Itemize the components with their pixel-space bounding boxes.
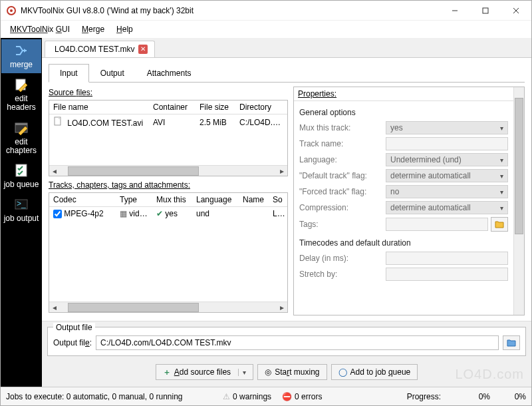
- queue-icon: ◯: [338, 367, 347, 377]
- svg-rect-10: [16, 164, 27, 176]
- tab-input[interactable]: Input: [49, 64, 89, 83]
- folder-icon: [495, 220, 504, 228]
- stretch-input[interactable]: [386, 268, 508, 281]
- edit-chapters-icon: [13, 119, 30, 136]
- h-scrollbar[interactable]: ◂▸: [49, 302, 287, 312]
- table-row[interactable]: LO4D.COM TEST.avi AVI 2.5 MiB C:/LO4D.co…: [49, 114, 287, 130]
- cell-directory: C:/LO4D.com: [235, 116, 287, 129]
- col-name[interactable]: Name: [239, 193, 269, 206]
- forced-select[interactable]: no▾: [386, 185, 508, 198]
- col-mux[interactable]: Mux this: [152, 193, 192, 206]
- status-bar: Jobs to execute: 0 automatic, 0 manual, …: [1, 387, 531, 405]
- file-tab[interactable]: LO4D.COM TEST.mkv ✕: [45, 41, 155, 57]
- cell-file-size: 2.5 MiB: [196, 116, 235, 129]
- track-checkbox[interactable]: [53, 210, 62, 218]
- delay-label: Delay (in ms):: [299, 254, 386, 263]
- start-muxing-button[interactable]: ◎ Start muxing: [257, 364, 327, 380]
- video-icon: ▦: [120, 209, 127, 218]
- edit-headers-icon: [13, 76, 30, 93]
- tags-browse-button[interactable]: [491, 217, 508, 232]
- cell-type: video: [129, 209, 148, 218]
- titlebar: MKVToolNix GUI v8.8.0 ('Wind at my back'…: [1, 1, 531, 21]
- compression-label: Compression:: [299, 203, 386, 212]
- tags-input[interactable]: [386, 218, 488, 231]
- error-icon: ⛔: [282, 392, 292, 401]
- file-tab-label: LO4D.COM TEST.mkv: [55, 45, 134, 54]
- sidebar-item-label: edit headers: [1, 95, 41, 112]
- svg-marker-6: [24, 49, 27, 53]
- sidebar-item-label: merge: [10, 61, 33, 69]
- menu-app[interactable]: MKVToolNix GUI: [5, 23, 75, 36]
- action-buttons: ＋ Add source files ▾ ◎ Start muxing ◯ Ad…: [42, 361, 531, 387]
- maximize-button[interactable]: [470, 1, 501, 21]
- tab-output[interactable]: Output: [89, 64, 136, 83]
- check-icon: ✔: [156, 209, 163, 218]
- col-file-name[interactable]: File name: [49, 101, 149, 114]
- trackname-input[interactable]: [386, 137, 508, 150]
- delay-input[interactable]: [386, 252, 508, 265]
- cell-mux: yes: [165, 209, 178, 218]
- mux-select[interactable]: yes▾: [386, 121, 508, 134]
- add-to-job-queue-button[interactable]: ◯ Add to job queue: [331, 364, 418, 380]
- table-row[interactable]: MPEG-4p2 ▦ video ✔ yes und: [49, 207, 287, 220]
- folder-icon: [507, 339, 516, 347]
- col-container[interactable]: Container: [149, 101, 196, 114]
- sidebar-item-edit-headers[interactable]: edit headers: [1, 73, 41, 116]
- source-files-label: Source files:: [49, 88, 288, 97]
- cell-source: LO4: [269, 207, 287, 220]
- app-icon: [6, 5, 17, 16]
- file-tabs: LO4D.COM TEST.mkv ✕: [42, 38, 531, 58]
- stretch-label: Stretch by:: [299, 270, 386, 279]
- col-source[interactable]: So: [269, 193, 287, 206]
- sidebar-item-merge[interactable]: merge: [1, 39, 41, 73]
- main-area: LO4D.COM TEST.mkv ✕ Input Output Attachm…: [42, 38, 531, 387]
- default-select[interactable]: determine automaticall▾: [386, 169, 508, 182]
- v-scrollbar[interactable]: [513, 87, 524, 315]
- close-icon[interactable]: ✕: [138, 45, 148, 54]
- sidebar-item-job-output[interactable]: >_ job output: [1, 193, 41, 227]
- output-browse-button[interactable]: [503, 335, 520, 350]
- group-general: General options: [299, 108, 508, 117]
- inner-tabs: Input Output Attachments: [49, 63, 525, 83]
- cell-file-name: LO4D.COM TEST.avi: [67, 118, 143, 128]
- source-files-list[interactable]: File name Container File size Directory …: [49, 100, 288, 176]
- col-codec[interactable]: Codec: [49, 193, 116, 206]
- svg-text:>_: >_: [17, 199, 26, 208]
- status-progress: Progress: 0% 0%: [407, 392, 526, 401]
- menu-help[interactable]: Help: [111, 23, 138, 36]
- mux-label: Mux this track:: [299, 123, 386, 132]
- menu-merge[interactable]: Merge: [76, 23, 110, 36]
- language-select[interactable]: Undetermined (und)▾: [386, 153, 508, 166]
- tracks-list[interactable]: Codec Type Mux this Language Name So: [49, 192, 288, 313]
- cell-codec: MPEG-4p2: [64, 209, 103, 218]
- sidebar-item-job-queue[interactable]: job queue: [1, 159, 41, 193]
- col-directory[interactable]: Directory: [235, 101, 287, 114]
- job-queue-icon: [13, 162, 30, 179]
- job-output-icon: >_: [13, 196, 30, 213]
- warning-icon: ⚠: [223, 392, 230, 401]
- close-button[interactable]: [501, 1, 531, 21]
- output-file-input[interactable]: [96, 335, 499, 350]
- add-source-files-button[interactable]: ＋ Add source files ▾: [156, 364, 253, 380]
- group-timecodes: Timecodes and default duration: [299, 238, 508, 248]
- status-warnings: ⚠ 0 warnings: [223, 392, 271, 401]
- properties-label: Properties:: [294, 87, 513, 101]
- compression-select[interactable]: determine automaticall▾: [386, 201, 508, 214]
- sidebar-item-edit-chapters[interactable]: edit chapters: [1, 116, 41, 159]
- col-lang[interactable]: Language: [192, 193, 239, 206]
- target-icon: ◎: [265, 367, 271, 377]
- plus-icon: ＋: [163, 367, 171, 378]
- menubar: MKVToolNix GUI Merge Help: [1, 21, 531, 38]
- status-errors: ⛔ 0 errors: [282, 392, 322, 401]
- h-scrollbar[interactable]: ◂▸: [49, 165, 287, 176]
- tab-attachments[interactable]: Attachments: [136, 64, 203, 83]
- minimize-button[interactable]: [440, 1, 470, 21]
- chevron-down-icon[interactable]: ▾: [238, 369, 246, 376]
- output-file-group-label: Output file: [53, 323, 95, 332]
- col-file-size[interactable]: File size: [196, 101, 235, 114]
- forced-label: "Forced track" flag:: [299, 187, 386, 196]
- cell-lang: und: [192, 207, 239, 220]
- sidebar-item-label: job queue: [4, 180, 39, 189]
- output-file-label: Output file:: [53, 338, 92, 347]
- col-type[interactable]: Type: [116, 193, 152, 206]
